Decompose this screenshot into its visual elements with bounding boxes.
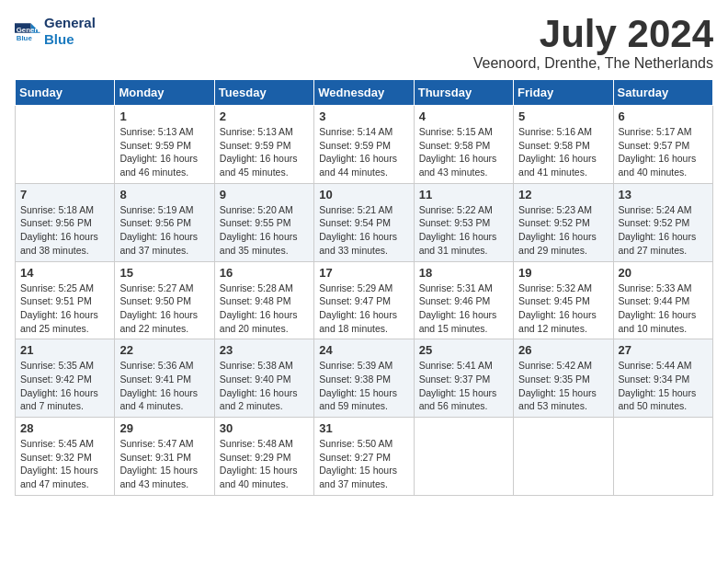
day-info: Sunrise: 5:38 AM Sunset: 9:40 PM Dayligh… (220, 359, 309, 413)
day-info: Sunrise: 5:13 AM Sunset: 9:59 PM Dayligh… (119, 125, 209, 179)
logo: General Blue General Blue (15, 15, 96, 48)
day-info: Sunrise: 5:14 AM Sunset: 9:59 PM Dayligh… (319, 125, 408, 179)
day-number: 1 (119, 109, 209, 123)
calendar-cell: 16Sunrise: 5:28 AM Sunset: 9:48 PM Dayli… (214, 261, 313, 339)
day-info: Sunrise: 5:35 AM Sunset: 9:42 PM Dayligh… (20, 359, 109, 413)
calendar-week-row: 7Sunrise: 5:18 AM Sunset: 9:56 PM Daylig… (16, 183, 713, 261)
day-number: 26 (518, 343, 608, 357)
calendar-cell: 21Sunrise: 5:35 AM Sunset: 9:42 PM Dayli… (16, 339, 115, 418)
calendar-cell: 26Sunrise: 5:42 AM Sunset: 9:35 PM Dayli… (514, 339, 613, 418)
weekday-header: Thursday (414, 80, 513, 106)
day-info: Sunrise: 5:27 AM Sunset: 9:50 PM Dayligh… (119, 282, 209, 336)
logo-line1: General (44, 15, 96, 31)
weekday-header: Sunday (16, 80, 115, 106)
header: General Blue General Blue July 2024 Veen… (15, 15, 713, 72)
day-number: 19 (518, 266, 608, 280)
day-number: 12 (518, 188, 608, 201)
day-info: Sunrise: 5:47 AM Sunset: 9:31 PM Dayligh… (119, 437, 209, 491)
day-number: 10 (319, 188, 408, 201)
day-info: Sunrise: 5:48 AM Sunset: 9:29 PM Dayligh… (220, 437, 309, 491)
calendar-cell: 12Sunrise: 5:23 AM Sunset: 9:52 PM Dayli… (514, 183, 613, 261)
day-info: Sunrise: 5:22 AM Sunset: 9:53 PM Dayligh… (419, 203, 508, 258)
calendar-cell: 13Sunrise: 5:24 AM Sunset: 9:52 PM Dayli… (613, 183, 712, 261)
calendar-cell: 22Sunrise: 5:36 AM Sunset: 9:41 PM Dayli… (115, 339, 214, 418)
day-number: 8 (119, 188, 209, 201)
weekday-header: Saturday (613, 80, 712, 106)
day-info: Sunrise: 5:45 AM Sunset: 9:32 PM Dayligh… (20, 437, 109, 491)
day-number: 16 (220, 266, 309, 280)
calendar-cell: 27Sunrise: 5:44 AM Sunset: 9:34 PM Dayli… (613, 339, 712, 418)
day-number: 20 (619, 266, 708, 280)
day-info: Sunrise: 5:16 AM Sunset: 9:58 PM Dayligh… (518, 125, 608, 179)
day-info: Sunrise: 5:20 AM Sunset: 9:55 PM Dayligh… (220, 203, 309, 258)
calendar-cell: 7Sunrise: 5:18 AM Sunset: 9:56 PM Daylig… (16, 183, 115, 261)
title-block: July 2024 Veenoord, Drenthe, The Netherl… (473, 15, 713, 72)
day-info: Sunrise: 5:29 AM Sunset: 9:47 PM Dayligh… (319, 282, 408, 336)
page-container: General Blue General Blue July 2024 Veen… (15, 15, 713, 496)
day-number: 17 (319, 266, 408, 280)
calendar-cell: 2Sunrise: 5:13 AM Sunset: 9:59 PM Daylig… (214, 106, 313, 184)
weekday-header: Friday (514, 80, 613, 106)
calendar-cell: 17Sunrise: 5:29 AM Sunset: 9:47 PM Dayli… (314, 261, 414, 339)
day-number: 13 (619, 188, 708, 201)
day-info: Sunrise: 5:13 AM Sunset: 9:59 PM Dayligh… (220, 125, 309, 179)
day-number: 9 (220, 188, 309, 201)
calendar-week-row: 21Sunrise: 5:35 AM Sunset: 9:42 PM Dayli… (16, 339, 713, 418)
calendar-cell (414, 418, 513, 496)
calendar-cell (514, 418, 613, 496)
day-number: 31 (319, 421, 408, 435)
day-info: Sunrise: 5:25 AM Sunset: 9:51 PM Dayligh… (20, 282, 109, 336)
calendar-cell: 20Sunrise: 5:33 AM Sunset: 9:44 PM Dayli… (613, 261, 712, 339)
day-number: 30 (220, 421, 309, 435)
day-number: 5 (518, 109, 608, 123)
day-info: Sunrise: 5:44 AM Sunset: 9:34 PM Dayligh… (619, 359, 708, 413)
weekday-header: Monday (115, 80, 214, 106)
day-number: 4 (419, 109, 508, 123)
calendar-cell: 29Sunrise: 5:47 AM Sunset: 9:31 PM Dayli… (115, 418, 214, 496)
day-number: 22 (119, 343, 209, 357)
day-number: 29 (119, 421, 209, 435)
day-info: Sunrise: 5:21 AM Sunset: 9:54 PM Dayligh… (319, 203, 408, 258)
day-number: 14 (20, 266, 109, 280)
weekday-header: Tuesday (214, 80, 313, 106)
weekday-header: Wednesday (314, 80, 414, 106)
day-info: Sunrise: 5:33 AM Sunset: 9:44 PM Dayligh… (619, 282, 708, 336)
day-number: 23 (220, 343, 309, 357)
day-number: 11 (419, 188, 508, 201)
day-info: Sunrise: 5:32 AM Sunset: 9:45 PM Dayligh… (518, 282, 608, 336)
calendar-week-row: 28Sunrise: 5:45 AM Sunset: 9:32 PM Dayli… (16, 418, 713, 496)
day-info: Sunrise: 5:50 AM Sunset: 9:27 PM Dayligh… (319, 437, 408, 491)
day-info: Sunrise: 5:42 AM Sunset: 9:35 PM Dayligh… (518, 359, 608, 413)
calendar-cell: 15Sunrise: 5:27 AM Sunset: 9:50 PM Dayli… (115, 261, 214, 339)
day-info: Sunrise: 5:23 AM Sunset: 9:52 PM Dayligh… (518, 203, 608, 258)
calendar-cell: 8Sunrise: 5:19 AM Sunset: 9:56 PM Daylig… (115, 183, 214, 261)
day-number: 2 (220, 109, 309, 123)
svg-text:General: General (17, 26, 40, 34)
header-row: SundayMondayTuesdayWednesdayThursdayFrid… (16, 80, 713, 106)
calendar-cell: 25Sunrise: 5:41 AM Sunset: 9:37 PM Dayli… (414, 339, 513, 418)
calendar-cell: 4Sunrise: 5:15 AM Sunset: 9:58 PM Daylig… (414, 106, 513, 184)
month-title: July 2024 (473, 15, 713, 53)
calendar-cell: 6Sunrise: 5:17 AM Sunset: 9:57 PM Daylig… (613, 106, 712, 184)
logo-text: General Blue (44, 15, 96, 48)
day-number: 6 (619, 109, 708, 123)
day-number: 18 (419, 266, 508, 280)
day-info: Sunrise: 5:39 AM Sunset: 9:38 PM Dayligh… (319, 359, 408, 413)
day-info: Sunrise: 5:17 AM Sunset: 9:57 PM Dayligh… (619, 125, 708, 179)
calendar-cell: 14Sunrise: 5:25 AM Sunset: 9:51 PM Dayli… (16, 261, 115, 339)
day-number: 27 (619, 343, 708, 357)
calendar-cell: 5Sunrise: 5:16 AM Sunset: 9:58 PM Daylig… (514, 106, 613, 184)
day-number: 24 (319, 343, 408, 357)
calendar-cell: 24Sunrise: 5:39 AM Sunset: 9:38 PM Dayli… (314, 339, 414, 418)
calendar-cell (613, 418, 712, 496)
day-info: Sunrise: 5:31 AM Sunset: 9:46 PM Dayligh… (419, 282, 508, 336)
logo-line2: Blue (44, 31, 96, 48)
day-info: Sunrise: 5:36 AM Sunset: 9:41 PM Dayligh… (119, 359, 209, 413)
calendar-table: SundayMondayTuesdayWednesdayThursdayFrid… (15, 79, 713, 496)
calendar-cell: 30Sunrise: 5:48 AM Sunset: 9:29 PM Dayli… (214, 418, 313, 496)
calendar-cell: 19Sunrise: 5:32 AM Sunset: 9:45 PM Dayli… (514, 261, 613, 339)
calendar-week-row: 1Sunrise: 5:13 AM Sunset: 9:59 PM Daylig… (16, 106, 713, 184)
day-info: Sunrise: 5:41 AM Sunset: 9:37 PM Dayligh… (419, 359, 508, 413)
day-info: Sunrise: 5:18 AM Sunset: 9:56 PM Dayligh… (20, 203, 109, 258)
day-number: 21 (20, 343, 109, 357)
